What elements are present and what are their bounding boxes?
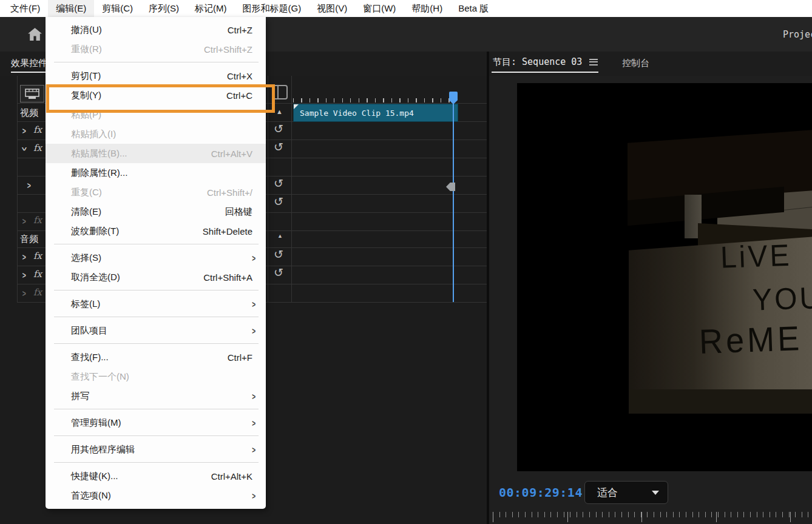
menubar-item-file[interactable]: 文件(F)	[2, 0, 48, 17]
menu-item-find[interactable]: 查找(F)... Ctrl+F	[46, 348, 266, 367]
menu-item-select[interactable]: 选择(S) >	[46, 248, 266, 267]
menu-item-spelling[interactable]: 拼写 >	[46, 386, 266, 406]
menu-item-find-next[interactable]: 查找下一个(N)	[46, 367, 266, 386]
menu-item-label: 粘贴插入(I)	[71, 129, 116, 140]
audio-section-label: 音频	[20, 233, 38, 245]
menu-item-preferences[interactable]: 首选项(N) >	[46, 486, 266, 505]
reset-parameter-icon[interactable]: ↺	[274, 122, 283, 135]
tab-program-underline	[492, 72, 598, 73]
menu-item-shortcut: Ctrl+Shift+/	[207, 187, 252, 198]
menu-item-paste[interactable]: 粘贴(P)	[46, 105, 266, 124]
panel-menu-icon[interactable]	[589, 59, 598, 66]
expand-chevron-icon[interactable]: >	[27, 180, 31, 190]
fx-badge-icon[interactable]: fx	[33, 124, 42, 135]
menu-item-cut[interactable]: 剪切(T) Ctrl+X	[46, 66, 266, 86]
fx-badge-disabled-icon[interactable]: fx	[33, 215, 42, 226]
menubar-item-help[interactable]: 帮助(H)	[404, 0, 450, 17]
menubar-item-markers[interactable]: 标记(M)	[187, 0, 235, 17]
menu-item-ripple-delete[interactable]: 波纹删除(T) Shift+Delete	[46, 221, 266, 241]
menu-item-label: 重做(R)	[71, 44, 102, 55]
tab-console[interactable]: 控制台	[622, 58, 649, 69]
chevron-down-icon	[652, 491, 659, 495]
project-panel-tab-partial[interactable]: Projec	[783, 29, 812, 40]
menu-item-label: 管理剪辑(M)	[71, 417, 121, 429]
tab-program-sequence[interactable]: 节目: Sequence 03	[493, 56, 582, 68]
clip-thumbnail-button[interactable]	[20, 85, 44, 102]
menubar-item-beta[interactable]: Beta 版	[450, 0, 496, 17]
menubar-item-view[interactable]: 视图(V)	[309, 0, 355, 17]
menu-item-label: 复制(Y)	[71, 90, 101, 101]
fx-badge-icon[interactable]: fx	[33, 269, 42, 280]
menu-item-remove-attributes[interactable]: 删除属性(R)...	[46, 163, 266, 183]
menu-item-team-project[interactable]: 团队项目 >	[46, 321, 266, 340]
expand-chevron-icon[interactable]: >	[22, 216, 26, 226]
expand-chevron-icon[interactable]: >	[22, 288, 26, 298]
menubar-item-edit[interactable]: 编辑(E)	[48, 0, 94, 17]
menu-item-label: 查找下一个(N)	[71, 371, 129, 383]
menu-item-edit-in-other-app[interactable]: 用其他程序编辑 >	[46, 440, 266, 459]
reset-parameter-icon[interactable]: ↺	[274, 176, 283, 190]
menu-item-label: 快捷键(K)...	[71, 471, 118, 482]
menu-item-shortcut: Ctrl+X	[227, 71, 252, 81]
menu-item-label: 删除属性(R)...	[71, 167, 127, 179]
video-section-label: 视频	[20, 107, 38, 119]
menu-separator	[54, 435, 259, 436]
split-view-icon[interactable]	[271, 84, 288, 100]
menu-item-copy[interactable]: 复制(Y) Ctrl+C	[46, 86, 266, 105]
gutter-divider	[17, 76, 18, 302]
timeline-column-divider	[291, 76, 292, 302]
collapse-track-triangle-icon[interactable]: ▲	[277, 233, 283, 239]
menu-item-shortcut: Shift+Delete	[203, 226, 252, 237]
submenu-arrow-icon: >	[252, 325, 255, 336]
menu-item-shortcut: Ctrl+C	[226, 90, 252, 101]
collapse-track-triangle-icon[interactable]: ▲	[276, 108, 283, 115]
menu-item-label: 粘贴属性(B)...	[71, 148, 127, 160]
fx-badge-icon[interactable]: fx	[33, 143, 42, 153]
reset-parameter-icon[interactable]: ↺	[274, 195, 283, 208]
program-transport-ruler[interactable]	[493, 512, 812, 523]
menu-item-clear[interactable]: 清除(E) 回格键	[46, 202, 266, 221]
menu-item-keyboard-shortcuts[interactable]: 快捷键(K)... Ctrl+Alt+K	[46, 466, 266, 486]
effects-mini-ruler[interactable]	[293, 98, 457, 102]
menubar-item-sequence[interactable]: 序列(S)	[141, 0, 187, 17]
menu-item-undo[interactable]: 撤消(U) Ctrl+Z	[46, 20, 266, 39]
menu-item-duplicate[interactable]: 重复(C) Ctrl+Shift+/	[46, 183, 266, 202]
reset-column-divider	[268, 76, 268, 302]
reset-parameter-icon[interactable]: ↺	[274, 247, 283, 261]
collapse-chevron-icon[interactable]: >	[19, 147, 29, 150]
menu-item-label: 剪切(T)	[71, 70, 101, 82]
submenu-arrow-icon: >	[252, 444, 255, 455]
menu-item-paste-insert[interactable]: 粘贴插入(I)	[46, 124, 266, 144]
menu-item-label-color[interactable]: 标签(L) >	[46, 294, 266, 314]
timeline-clip-bar[interactable]: Sample Video Clip 15.mp4	[293, 104, 458, 122]
menu-item-manage-clips[interactable]: 管理剪辑(M) >	[46, 413, 266, 432]
menubar-item-graphics-titles[interactable]: 图形和标题(G)	[234, 0, 309, 17]
menubar-item-clip[interactable]: 剪辑(C)	[94, 0, 141, 17]
home-icon[interactable]	[27, 26, 43, 42]
menu-item-paste-attributes[interactable]: 粘贴属性(B)... Ctrl+Alt+V	[46, 144, 266, 163]
menu-separator	[54, 62, 259, 62]
menu-separator	[54, 462, 259, 463]
menubar-item-window[interactable]: 窗口(W)	[355, 0, 404, 17]
expand-chevron-icon[interactable]: >	[22, 252, 26, 262]
fx-badge-icon[interactable]: fx	[33, 250, 42, 261]
video-dim-overlay	[517, 83, 812, 471]
menu-separator	[54, 244, 259, 244]
playhead-line[interactable]	[453, 104, 454, 302]
expand-chevron-icon[interactable]: >	[22, 126, 26, 136]
menu-item-label: 首选项(N)	[71, 490, 111, 502]
menu-item-deselect-all[interactable]: 取消全选(D) Ctrl+Shift+A	[46, 267, 266, 287]
tab-effect-controls[interactable]: 效果控件	[11, 58, 47, 69]
fx-badge-disabled-icon[interactable]: fx	[33, 287, 42, 298]
menu-item-shortcut: Ctrl+Alt+V	[211, 149, 252, 159]
reset-parameter-icon[interactable]: ↺	[274, 140, 283, 153]
menu-item-label: 拼写	[71, 391, 89, 402]
menu-item-redo[interactable]: 重做(R) Ctrl+Shift+Z	[46, 39, 266, 59]
film-clip-icon	[25, 89, 39, 99]
expand-chevron-icon[interactable]: >	[22, 270, 26, 280]
reset-parameter-icon[interactable]: ↺	[274, 266, 283, 279]
submenu-arrow-icon: >	[252, 391, 255, 401]
program-video-frame[interactable]: LiVE YOU ReME	[517, 83, 812, 471]
zoom-level-dropdown[interactable]: 适合	[584, 481, 668, 504]
program-timecode[interactable]: 00:09:29:14	[499, 485, 583, 500]
